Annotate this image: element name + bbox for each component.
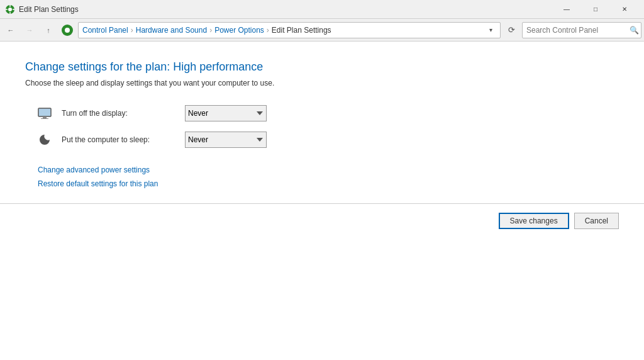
page-subheading: Choose the sleep and display settings th…	[25, 79, 619, 87]
cancel-button[interactable]: Cancel	[574, 213, 619, 229]
sleep-dropdown[interactable]: Never 1 minute 2 minutes 5 minutes 10 mi…	[185, 132, 267, 148]
links-section: Change advanced power settings Restore d…	[38, 166, 619, 188]
svg-rect-4	[38, 108, 51, 116]
search-input[interactable]	[522, 22, 641, 38]
breadcrumb-item-1[interactable]: Control Panel	[82, 26, 128, 35]
restore-defaults-link[interactable]: Restore default settings for this plan	[38, 179, 619, 188]
save-changes-button[interactable]: Save changes	[499, 213, 569, 229]
search-icon-button[interactable]: 🔍	[630, 26, 639, 35]
breadcrumb-current: Edit Plan Settings	[272, 26, 331, 35]
sleep-setting-label: Put the computer to sleep:	[62, 135, 175, 144]
display-setting-row: Turn off the display: Never 1 minute 2 m…	[38, 105, 619, 121]
up-button[interactable]: ↑	[40, 22, 57, 38]
display-setting-label: Turn off the display:	[62, 109, 175, 118]
close-button[interactable]: ✕	[610, 0, 639, 19]
breadcrumb: Control Panel › Hardware and Sound › Pow…	[78, 22, 501, 38]
address-bar: ← → ↑ Control Panel › Hardware and Sound…	[0, 19, 644, 42]
minimize-button[interactable]: —	[552, 0, 581, 19]
forward-button[interactable]: →	[21, 22, 38, 38]
settings-grid: Turn off the display: Never 1 minute 2 m…	[25, 105, 619, 148]
advanced-power-settings-link[interactable]: Change advanced power settings	[38, 166, 619, 174]
app-icon	[5, 4, 15, 14]
sleep-icon	[38, 133, 52, 147]
svg-rect-5	[43, 116, 47, 118]
breadcrumb-item-3[interactable]: Power Options	[214, 26, 264, 35]
breadcrumb-dropdown-button[interactable]: ▾	[485, 22, 496, 38]
back-button[interactable]: ←	[3, 22, 19, 38]
window-controls: — □ ✕	[552, 0, 639, 19]
svg-point-3	[65, 28, 70, 33]
display-icon	[38, 106, 52, 120]
breadcrumb-item-2[interactable]: Hardware and Sound	[136, 26, 207, 35]
svg-rect-6	[41, 118, 48, 119]
app-nav-icon	[60, 23, 74, 37]
bottom-actions: Save changes Cancel	[25, 213, 619, 229]
refresh-button[interactable]: ⟳	[503, 22, 519, 38]
window-title: Edit Plan Settings	[19, 5, 552, 14]
svg-point-1	[8, 8, 12, 11]
page-heading: Change settings for the plan: High perfo…	[25, 60, 619, 74]
maximize-button[interactable]: □	[581, 0, 610, 19]
search-wrapper: 🔍	[522, 22, 641, 38]
display-off-dropdown[interactable]: Never 1 minute 2 minutes 5 minutes 10 mi…	[185, 105, 267, 121]
sleep-setting-row: Put the computer to sleep: Never 1 minut…	[38, 132, 619, 148]
main-content: Change settings for the plan: High perfo…	[0, 42, 644, 360]
title-bar: Edit Plan Settings — □ ✕	[0, 0, 644, 19]
divider	[0, 203, 644, 204]
